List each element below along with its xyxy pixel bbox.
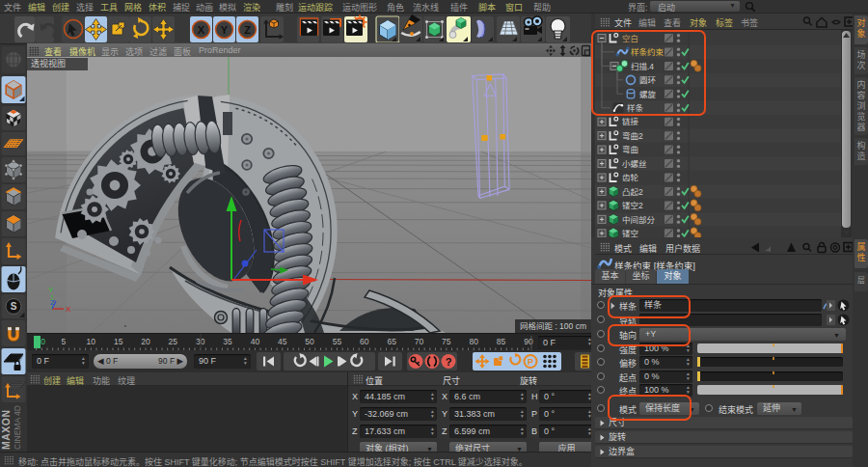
svg-text:镂空2: 镂空2 (622, 201, 643, 210)
svg-text:中间部分: 中间部分 (622, 215, 656, 225)
svg-text:60: 60 (360, 337, 369, 346)
svg-text:凸起2: 凸起2 (622, 187, 643, 197)
svg-text:40: 40 (251, 337, 260, 346)
svg-text:70: 70 (415, 337, 424, 346)
svg-text:?: ? (446, 356, 452, 368)
svg-text:弯曲2: 弯曲2 (622, 131, 643, 141)
svg-text:小螺丝: 小螺丝 (622, 159, 647, 169)
svg-text:S: S (11, 301, 17, 312)
svg-text:65: 65 (387, 337, 396, 346)
svg-text:Z: Z (50, 298, 55, 307)
svg-text:弯曲: 弯曲 (622, 145, 638, 154)
svg-text:MAXON: MAXON (0, 409, 12, 450)
svg-text:50: 50 (305, 337, 314, 346)
svg-text:CINEMA 4D: CINEMA 4D (13, 405, 22, 450)
svg-text:45: 45 (278, 337, 287, 346)
svg-text:0: 0 (41, 337, 45, 346)
svg-text:P: P (528, 357, 533, 367)
svg-text:10: 10 (87, 337, 96, 346)
svg-text:80: 80 (469, 337, 478, 346)
svg-text:75: 75 (442, 337, 451, 346)
svg-text:镂空: 镂空 (622, 229, 638, 237)
svg-text:85: 85 (497, 337, 506, 346)
svg-text:Z: Z (244, 24, 251, 36)
svg-text:X: X (198, 24, 205, 36)
svg-text:Y: Y (221, 24, 229, 36)
svg-text:15: 15 (114, 337, 123, 346)
svg-text:X: X (66, 305, 71, 314)
svg-text:25: 25 (169, 337, 178, 346)
svg-text:Y: Y (48, 286, 54, 294)
svg-text:20: 20 (141, 337, 150, 346)
svg-text:55: 55 (333, 337, 342, 346)
svg-text:齿轮: 齿轮 (622, 173, 639, 182)
svg-text:5: 5 (62, 337, 67, 346)
svg-text:链接: 链接 (622, 117, 639, 126)
svg-text:35: 35 (223, 337, 232, 346)
